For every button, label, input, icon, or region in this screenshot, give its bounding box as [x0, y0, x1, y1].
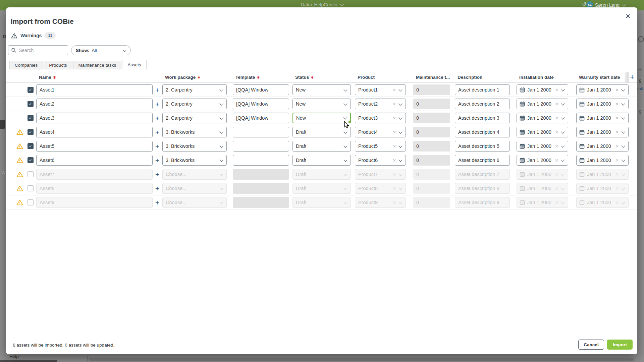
clear-icon[interactable]: ✕ [615, 116, 619, 121]
product-select[interactable]: Product9✕ [355, 197, 406, 208]
add-icon[interactable]: + [155, 115, 159, 122]
product-select[interactable]: Product7✕ [355, 169, 406, 180]
description-input[interactable]: Asset description 6 [455, 155, 510, 166]
description-input[interactable]: Asset description 1 [455, 84, 510, 95]
add-icon[interactable]: + [155, 185, 159, 192]
work-package-select[interactable]: 3. Brickworks [162, 155, 227, 166]
description-input[interactable]: Asset description 4 [455, 127, 510, 137]
installation-date-picker[interactable]: Jan 1 2000✕ [517, 141, 568, 152]
installation-date-picker[interactable]: Jan 1 2000✕ [517, 169, 568, 180]
installation-date-picker[interactable]: Jan 1 2000✕ [517, 155, 568, 166]
clear-icon[interactable]: ✕ [615, 186, 619, 191]
row-checkbox[interactable] [28, 171, 34, 177]
product-select[interactable]: Product6✕ [355, 155, 406, 166]
clear-icon[interactable]: ✕ [393, 130, 396, 135]
row-checkbox[interactable]: ✓ [28, 129, 34, 135]
template-input[interactable] [233, 155, 289, 166]
add-icon[interactable]: + [155, 86, 159, 94]
installation-date-picker[interactable]: Jan 1 2000✕ [517, 99, 568, 109]
template-input[interactable] [233, 141, 289, 152]
status-select[interactable]: Draft [292, 155, 351, 166]
add-column-button[interactable]: + [630, 73, 634, 81]
clear-icon[interactable]: ✕ [555, 102, 558, 107]
horizontal-scrollbar[interactable] [89, 358, 634, 361]
template-input[interactable] [233, 127, 289, 137]
description-input[interactable]: Asset description 8 [455, 183, 510, 194]
clear-icon[interactable]: ✕ [555, 158, 558, 163]
product-select[interactable]: Product2✕ [355, 99, 406, 109]
cancel-button[interactable]: Cancel [578, 340, 604, 350]
product-select[interactable]: Product4✕ [355, 127, 406, 137]
status-select[interactable]: Draft [292, 183, 351, 194]
tab-assets[interactable]: Assets [122, 60, 147, 69]
warranty-date-picker[interactable]: Jan 1 2000✕ [576, 127, 629, 137]
status-select[interactable]: New [292, 113, 351, 123]
template-input[interactable]: [QQA] Window [233, 99, 289, 109]
asset-name-input[interactable]: Asset5 [36, 141, 153, 152]
tab-companies[interactable]: Companies [9, 61, 43, 69]
work-package-select[interactable]: 2. Carpentry [162, 84, 227, 95]
asset-name-input[interactable]: Asset7 [36, 169, 153, 180]
asset-name-input[interactable]: Asset8 [36, 183, 153, 194]
installation-date-picker[interactable]: Jan 1 2000✕ [517, 197, 568, 208]
close-icon[interactable]: ✕ [624, 11, 632, 21]
work-package-select[interactable]: Choose... [162, 197, 227, 208]
work-package-select[interactable]: 3. Brickworks [162, 127, 227, 137]
clear-icon[interactable]: ✕ [615, 144, 619, 149]
clear-icon[interactable]: ✕ [615, 130, 619, 135]
clear-icon[interactable]: ✕ [555, 172, 558, 177]
import-button[interactable]: Import [607, 340, 633, 350]
avatar[interactable]: SL [586, 1, 593, 8]
add-icon[interactable]: + [155, 171, 159, 178]
status-select[interactable]: Draft [292, 197, 351, 208]
search-input[interactable] [8, 45, 68, 55]
warranty-date-picker[interactable]: Jan 1 2000✕ [576, 155, 629, 166]
clear-icon[interactable]: ✕ [393, 172, 396, 177]
status-select[interactable]: Draft [292, 127, 351, 137]
installation-date-picker[interactable]: Jan 1 2000✕ [517, 84, 568, 95]
clear-icon[interactable]: ✕ [555, 186, 558, 191]
add-icon[interactable]: + [155, 157, 159, 164]
clear-icon[interactable]: ✕ [393, 116, 396, 121]
row-checkbox[interactable]: ✓ [28, 157, 34, 163]
warranty-date-picker[interactable]: Jan 1 2000✕ [576, 197, 629, 208]
work-package-select[interactable]: 3. Brickworks [162, 141, 227, 152]
row-checkbox[interactable] [28, 185, 34, 191]
warranty-date-picker[interactable]: Jan 1 2000✕ [576, 169, 629, 180]
history-icon[interactable]: ↺ [582, 2, 586, 7]
asset-name-input[interactable]: Asset1 [36, 84, 153, 95]
description-input[interactable]: Asset description 9 [455, 197, 510, 208]
warranty-date-picker[interactable]: Jan 1 2000✕ [576, 141, 629, 152]
warranty-date-picker[interactable]: Jan 1 2000✕ [576, 183, 629, 194]
clear-icon[interactable]: ✕ [393, 102, 396, 107]
selection-handle[interactable] [348, 121, 351, 123]
asset-name-input[interactable]: Asset3 [36, 113, 153, 123]
clear-icon[interactable]: ✕ [555, 200, 558, 205]
clear-icon[interactable]: ✕ [615, 172, 619, 177]
status-select[interactable]: Draft [292, 169, 351, 180]
clear-icon[interactable]: ✕ [615, 158, 619, 163]
product-select[interactable]: Product1✕ [355, 84, 406, 95]
work-package-select[interactable]: Choose... [162, 183, 227, 194]
help-link[interactable]: Help [9, 354, 19, 359]
tab-products[interactable]: Products [44, 61, 72, 69]
clear-icon[interactable]: ✕ [615, 102, 619, 107]
clear-icon[interactable]: ✕ [555, 87, 558, 93]
status-select[interactable]: New [292, 99, 351, 109]
row-checkbox[interactable]: ✓ [28, 101, 34, 107]
clear-icon[interactable]: ✕ [615, 200, 619, 205]
product-select[interactable]: Product3✕ [355, 113, 406, 123]
template-input[interactable] [233, 183, 289, 194]
warnings-summary[interactable]: Warnings 11 [11, 32, 56, 39]
clear-icon[interactable]: ✕ [393, 200, 396, 205]
user-menu[interactable]: Søren Lang [595, 2, 625, 8]
row-checkbox[interactable]: ✓ [28, 115, 34, 121]
description-input[interactable]: Asset description 2 [455, 99, 510, 109]
warranty-date-picker[interactable]: Jan 1 2000✕ [576, 99, 629, 109]
product-select[interactable]: Product8✕ [355, 183, 406, 194]
description-input[interactable]: Asset description 5 [455, 141, 510, 152]
clear-icon[interactable]: ✕ [555, 144, 558, 149]
work-package-select[interactable]: 2. Carpentry [162, 113, 227, 123]
installation-date-picker[interactable]: Jan 1 2000✕ [517, 183, 568, 194]
app-title[interactable]: Dalux HelpCenter [301, 2, 343, 7]
